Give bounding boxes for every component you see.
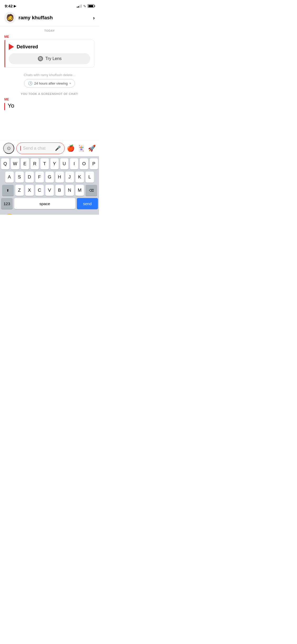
battery-icon xyxy=(88,4,94,8)
chat-area: TODAY ME Delivered 🔘 Try Lens Chats with… xyxy=(0,26,99,140)
delete-info-text: Chats with ramy khuffash delete... xyxy=(5,73,94,77)
chat-input-placeholder[interactable]: Send a chat xyxy=(23,146,53,151)
delete-key[interactable]: ⌫ xyxy=(86,185,97,196)
key-r[interactable]: R xyxy=(31,158,39,169)
key-q[interactable]: Q xyxy=(1,158,9,169)
emoji-key[interactable]: 😊 xyxy=(5,213,14,215)
key-c[interactable]: C xyxy=(35,185,44,196)
play-icon xyxy=(9,44,14,50)
message-card-delivered[interactable]: Delivered 🔘 Try Lens xyxy=(4,40,95,68)
apple-icon[interactable]: 🍎 xyxy=(67,145,75,152)
action-icons: 🍎 🃏 🚀 xyxy=(67,145,96,152)
key-g[interactable]: G xyxy=(45,172,54,183)
keyboard-voice-icon[interactable]: 🎙 xyxy=(88,214,94,215)
key-u[interactable]: U xyxy=(60,158,68,169)
key-y[interactable]: Y xyxy=(50,158,59,169)
chat-header[interactable]: 🧔 ramy khuffash › xyxy=(0,10,99,26)
key-f[interactable]: F xyxy=(35,172,44,183)
yo-text: Yo xyxy=(8,102,14,109)
signal-icon xyxy=(77,4,82,8)
key-x[interactable]: X xyxy=(25,185,34,196)
wifi-icon: ∿ xyxy=(83,4,86,8)
key-m[interactable]: M xyxy=(76,185,84,196)
status-time: 9:42 ▶ xyxy=(5,4,16,8)
num-key[interactable]: 123 xyxy=(1,198,13,209)
key-p[interactable]: P xyxy=(90,158,98,169)
avatar[interactable]: 🧔 xyxy=(4,12,16,24)
status-icons: ∿ xyxy=(77,4,94,8)
delivered-text: Delivered xyxy=(17,44,38,50)
timer-pill[interactable]: 🕐 24 hours after viewing ▾ xyxy=(24,79,75,88)
key-l[interactable]: L xyxy=(86,172,94,183)
keyboard-row-1: Q W E R T Y U I O P xyxy=(1,158,98,169)
clock-icon: 🕐 xyxy=(28,81,32,85)
send-key[interactable]: send xyxy=(77,198,98,209)
input-area: ⊙ Send a chat 🎤 🍎 🃏 🚀 xyxy=(0,140,99,156)
sender-label-me: ME xyxy=(4,35,95,39)
message-group-yo: ME Yo xyxy=(0,98,99,112)
key-z[interactable]: Z xyxy=(15,185,24,196)
try-lens-button[interactable]: 🔘 Try Lens xyxy=(9,53,90,64)
space-key[interactable]: space xyxy=(14,198,75,209)
camera-button[interactable]: ⊙ xyxy=(3,143,14,154)
chevron-down-icon: ▾ xyxy=(69,82,71,85)
shift-key[interactable]: ⬆ xyxy=(2,185,14,196)
key-e[interactable]: E xyxy=(21,158,29,169)
timer-label: 24 hours after viewing xyxy=(34,81,68,85)
key-t[interactable]: T xyxy=(40,158,49,169)
screenshot-notice: YOU TOOK A SCREENSHOT OF CHAT! xyxy=(0,90,99,98)
keyboard-row-4: 123 space send xyxy=(1,198,98,209)
yo-sender-label: ME xyxy=(4,98,95,101)
key-j[interactable]: J xyxy=(65,172,74,183)
key-o[interactable]: O xyxy=(80,158,88,169)
keyboard-bottom: 😊 🎙 xyxy=(1,211,98,215)
key-a[interactable]: A xyxy=(5,172,14,183)
location-arrow-icon: ▶ xyxy=(14,4,16,8)
key-d[interactable]: D xyxy=(25,172,34,183)
keyboard[interactable]: Q W E R T Y U I O P A S D F G H J K L ⬆ … xyxy=(0,156,99,215)
sticker-icon[interactable]: 🃏 xyxy=(77,145,85,152)
yo-left-bar xyxy=(4,103,5,110)
message-left-bar xyxy=(4,40,5,67)
profile-chevron-icon[interactable]: › xyxy=(93,15,95,21)
delivered-row: Delivered xyxy=(9,44,90,50)
key-b[interactable]: B xyxy=(55,185,64,196)
time-display: 9:42 xyxy=(5,4,13,8)
mic-icon[interactable]: 🎤 xyxy=(55,145,61,151)
message-group-1: ME Delivered 🔘 Try Lens xyxy=(0,35,99,70)
key-h[interactable]: H xyxy=(55,172,64,183)
key-s[interactable]: S xyxy=(15,172,24,183)
keyboard-row-2: A S D F G H J K L xyxy=(1,172,98,183)
chat-input-wrap[interactable]: Send a chat 🎤 xyxy=(16,142,65,154)
status-bar: 9:42 ▶ ∿ xyxy=(0,0,99,10)
lens-icon: 🔘 xyxy=(37,56,43,62)
key-n[interactable]: N xyxy=(65,185,74,196)
try-lens-label: Try Lens xyxy=(45,56,62,61)
key-w[interactable]: W xyxy=(11,158,19,169)
key-k[interactable]: K xyxy=(76,172,84,183)
rocket-icon[interactable]: 🚀 xyxy=(88,145,96,152)
text-cursor xyxy=(20,146,21,151)
key-v[interactable]: V xyxy=(45,185,54,196)
contact-name: ramy khuffash xyxy=(18,15,93,21)
chat-delete-info: Chats with ramy khuffash delete... 🕐 24 … xyxy=(0,70,99,90)
key-i[interactable]: I xyxy=(70,158,78,169)
yo-message-row: Yo xyxy=(4,102,95,110)
keyboard-row-3: ⬆ Z X C V B N M ⌫ xyxy=(1,185,98,196)
date-separator: TODAY xyxy=(0,26,99,35)
camera-icon: ⊙ xyxy=(7,145,11,151)
